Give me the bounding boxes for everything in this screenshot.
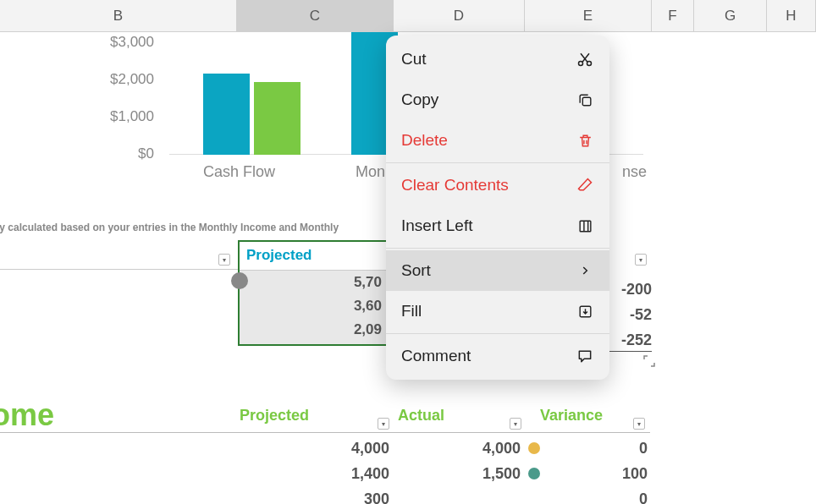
eraser-icon xyxy=(576,176,594,194)
table-header-variance: Variance xyxy=(540,407,603,425)
cut-icon xyxy=(576,50,594,68)
table-cell[interactable]: 0 xyxy=(576,490,648,504)
copy-icon xyxy=(576,90,594,109)
col-header-d[interactable]: D xyxy=(394,0,525,31)
chart-y-axis: $3,000 $2,000 $1,000 $0 xyxy=(102,32,161,159)
filter-dropdown[interactable]: ▾ xyxy=(633,418,645,430)
fill-down-icon xyxy=(576,302,594,320)
table-cell[interactable]: 4,000 xyxy=(305,440,389,457)
table-cell[interactable]: 2,09 xyxy=(240,318,390,342)
svg-point-0 xyxy=(579,62,583,66)
y-tick: $1,000 xyxy=(110,108,154,125)
menu-label: Delete xyxy=(401,131,448,150)
insert-column-icon xyxy=(576,216,594,235)
filter-dropdown[interactable]: ▾ xyxy=(510,418,521,430)
menu-label: Comment xyxy=(401,347,471,365)
menu-item-insert-left[interactable]: Insert Left xyxy=(386,205,609,246)
y-tick: $0 xyxy=(138,145,154,162)
menu-item-cut[interactable]: Cut xyxy=(386,39,609,79)
filter-dropdown[interactable]: ▾ xyxy=(635,254,647,266)
bar-cashflow-actual xyxy=(254,82,300,155)
menu-item-fill[interactable]: Fill xyxy=(386,291,609,331)
trash-icon xyxy=(576,131,594,150)
selection-handle[interactable] xyxy=(231,272,248,289)
chevron-right-icon xyxy=(576,261,594,280)
selected-range[interactable]: Projected 5,70 3,60 2,09 xyxy=(238,240,392,346)
x-label: nse xyxy=(622,163,647,181)
filter-dropdown[interactable]: ▾ xyxy=(218,254,230,266)
filter-dropdown[interactable]: ▾ xyxy=(378,418,389,430)
note-text: tically calculated based on your entries… xyxy=(0,222,339,233)
menu-label: Fill xyxy=(401,302,422,320)
section-title: ome xyxy=(0,397,54,433)
menu-item-sort[interactable]: Sort xyxy=(386,250,609,291)
menu-separator xyxy=(386,162,609,163)
table-cell[interactable]: 5,70 xyxy=(240,271,390,294)
table-cell[interactable]: 300 xyxy=(305,490,389,504)
table-cell[interactable]: 3,60 xyxy=(240,294,390,318)
menu-item-comment[interactable]: Comment xyxy=(386,336,609,376)
menu-label: Insert Left xyxy=(401,216,473,235)
menu-separator xyxy=(386,333,609,334)
col-header-g[interactable]: G xyxy=(694,0,767,31)
comment-icon xyxy=(576,347,594,365)
status-dot xyxy=(528,442,540,454)
x-label: Mon xyxy=(356,163,385,181)
x-label: Cash Flow xyxy=(203,163,275,181)
menu-label: Sort xyxy=(401,261,431,280)
col-header-c[interactable]: C xyxy=(237,0,394,31)
menu-separator xyxy=(386,248,609,249)
col-header-f[interactable]: F xyxy=(652,0,694,31)
table-cell[interactable]: 1,400 xyxy=(305,465,389,483)
table-header-actual: Actual xyxy=(398,407,444,425)
table-cell[interactable]: 1,500 xyxy=(436,465,521,483)
expand-icon[interactable] xyxy=(643,355,655,367)
bar-cashflow-projected xyxy=(203,74,250,155)
menu-item-delete[interactable]: Delete xyxy=(386,120,609,161)
selected-header: Projected xyxy=(240,242,390,271)
menu-label: Clear Contents xyxy=(401,176,509,194)
col-header-e[interactable]: E xyxy=(525,0,652,31)
col-header-h[interactable]: H xyxy=(767,0,816,31)
svg-rect-3 xyxy=(580,221,591,232)
table-cell[interactable]: 100 xyxy=(576,465,648,483)
menu-item-clear-contents[interactable]: Clear Contents xyxy=(386,165,609,205)
menu-item-copy[interactable]: Copy xyxy=(386,79,609,120)
table-header-projected: Projected xyxy=(240,407,309,425)
menu-label: Cut xyxy=(401,50,427,68)
y-tick: $2,000 xyxy=(110,71,154,88)
col-header-b[interactable]: B xyxy=(0,0,237,31)
table-cell[interactable]: 0 xyxy=(576,440,648,457)
status-dot xyxy=(528,468,540,479)
table-cell[interactable]: 4,000 xyxy=(436,440,521,457)
svg-rect-2 xyxy=(582,97,591,106)
context-menu: Cut Copy Delete Clear Contents Insert Le… xyxy=(386,36,609,380)
column-headers-row: B C D E F G H xyxy=(0,0,816,32)
y-tick: $3,000 xyxy=(110,34,154,51)
menu-label: Copy xyxy=(401,90,438,109)
svg-point-1 xyxy=(587,62,592,66)
